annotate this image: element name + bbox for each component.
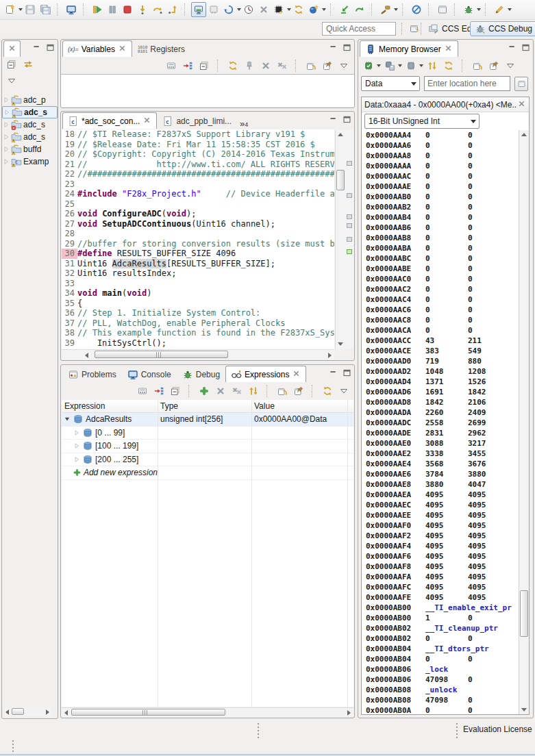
step-return-button[interactable] <box>165 2 180 17</box>
expressions-hscrollbar[interactable] <box>62 707 353 717</box>
save-all-button[interactable] <box>38 2 53 17</box>
editor-tab-adc-soc[interactable]: c *adc_soc_con... <box>62 112 157 129</box>
pin-button[interactable] <box>242 58 257 73</box>
tab-expressions[interactable]: Expressions <box>225 366 306 382</box>
tab-console[interactable]: Console <box>122 366 177 382</box>
memory-row-0x0000AAC4[interactable]: 0x0000AAC400 <box>362 294 519 305</box>
project-item-adc_s[interactable]: adc_s <box>2 118 58 131</box>
memory-row-0x0000AAA4[interactable]: 0x0000AAA400 <box>362 130 519 140</box>
quick-access-input[interactable] <box>322 22 396 36</box>
memory-row-0x0000AADA[interactable]: 0x0000AADA22602409 <box>362 407 519 418</box>
code-line-31[interactable]: 31Uint16 AdcaResults[RESULTS_BUFFER_SIZE… <box>62 259 334 269</box>
memory-row-0x0000AAF2[interactable]: 0x0000AAF240954095 <box>362 531 519 541</box>
instruction-stepping-toggle[interactable] <box>191 2 206 17</box>
flash-button[interactable] <box>271 2 286 17</box>
overview-annotation[interactable] <box>347 193 352 198</box>
memory-row-0x0000AB04[interactable]: 0x0000AB0400 <box>362 654 519 664</box>
code-line-38[interactable]: 38// This example function is found in t… <box>62 328 334 338</box>
show-logical-structure-button[interactable] <box>151 383 166 399</box>
memory-row-0x0000AABA[interactable]: 0x0000AABA00 <box>362 243 519 253</box>
disconnect-button[interactable] <box>256 2 271 17</box>
expander-icon[interactable] <box>73 429 80 436</box>
build-button[interactable] <box>378 2 393 17</box>
expander-icon[interactable] <box>3 109 10 116</box>
refresh-button[interactable] <box>225 58 240 73</box>
chevron-down-icon[interactable] <box>419 64 423 67</box>
view-menu-button[interactable] <box>503 58 518 73</box>
open-new-view-button[interactable] <box>470 58 485 73</box>
memory-row-0x0000AAFE[interactable]: 0x0000AAFE40954095 <box>362 592 519 603</box>
project-item-adc_s[interactable]: adc_s <box>2 131 58 143</box>
maximize-icon[interactable] <box>343 115 351 126</box>
sash-grip[interactable] <box>12 740 14 752</box>
pin-view-button[interactable] <box>291 383 306 399</box>
pin-view-button[interactable] <box>486 58 501 73</box>
minimize-icon[interactable] <box>329 368 338 379</box>
memory-row-0x0000AAEC[interactable]: 0x0000AAEC40954095 <box>362 500 519 510</box>
memory-row-0x0000AAD0[interactable]: 0x0000AAD0719880 <box>362 356 519 366</box>
tab-problems[interactable]: Problems <box>62 366 122 382</box>
code-line-35[interactable]: 35{ <box>62 299 334 309</box>
overview-ruler[interactable] <box>345 130 353 349</box>
memory-row-0x0000AAAC[interactable]: 0x0000AAAC00 <box>362 171 519 181</box>
expander-icon[interactable] <box>3 146 10 153</box>
expression-row-[0 ... 99][interactable]: [0 ... 99] <box>62 427 353 440</box>
code-line-34[interactable]: 34void main(void) <box>62 288 334 299</box>
chevron-down-icon[interactable] <box>377 64 381 67</box>
collapse-all-button[interactable] <box>4 57 19 72</box>
memory-row-0x0000AAAE[interactable]: 0x0000AAAE00 <box>362 181 519 192</box>
view-menu-button[interactable] <box>336 383 351 399</box>
column-divider[interactable] <box>251 400 252 707</box>
code-line-29[interactable]: 29//buffer for storing conversion result… <box>62 239 334 249</box>
exchange-button[interactable] <box>425 58 440 73</box>
memory-row-0x0000AB06[interactable]: 0x0000AB06_lock <box>362 664 519 675</box>
memory-row-0x0000AAEA[interactable]: 0x0000AAEA40954095 <box>362 490 519 500</box>
expander-icon[interactable] <box>3 97 10 103</box>
memory-row-0x0000AAA8[interactable]: 0x0000AAA800 <box>362 151 519 161</box>
memory-row-0x0000AAC8[interactable]: 0x0000AAC800 <box>362 315 519 325</box>
chevron-down-icon[interactable] <box>508 8 512 11</box>
memory-row-0x0000AABC[interactable]: 0x0000AABC00 <box>362 253 519 264</box>
memory-row-0x0000AAD4[interactable]: 0x0000AAD413711526 <box>362 377 519 387</box>
debug-console-button[interactable] <box>64 2 79 17</box>
overview-annotation[interactable] <box>347 223 352 228</box>
close-icon[interactable] <box>118 44 127 55</box>
code-line-24[interactable]: 24#include "F28x_Project.h" // Device He… <box>62 189 334 199</box>
save-memory-button[interactable] <box>382 58 397 73</box>
debug-launch-button[interactable] <box>461 2 476 17</box>
memory-row-0x0000AAB6[interactable]: 0x0000AAB600 <box>362 223 519 233</box>
memory-row-0x0000AAE0[interactable]: 0x0000AAE030883217 <box>362 438 519 449</box>
close-icon[interactable] <box>142 116 151 127</box>
expression-row-[200 ... 255][interactable]: [200 ... 255] <box>62 453 353 467</box>
memory-rendering-tab[interactable]: Data:0xaaa4 - 0x0000AA00(+0xa4) <Me... <box>362 97 529 112</box>
project-item-adc_p[interactable]: adc_p <box>2 94 58 106</box>
memory-row-0x0000AADC[interactable]: 0x0000AADC25582699 <box>362 418 519 428</box>
memory-page-select[interactable]: Data <box>361 76 420 91</box>
assembly-step-button[interactable] <box>206 2 221 17</box>
refresh-target-button[interactable] <box>291 2 306 17</box>
show-type-names-button[interactable] <box>164 58 179 73</box>
memory-row-0x0000AAFC[interactable]: 0x0000AAFC40954095 <box>362 582 519 592</box>
close-icon[interactable] <box>444 44 453 55</box>
expander-icon[interactable] <box>64 416 71 423</box>
code-line-36[interactable]: 36// Step 1. Initialize System Control: <box>62 308 334 318</box>
expander-icon[interactable] <box>3 158 10 165</box>
tab-debug[interactable]: Debug <box>177 366 225 382</box>
chevron-down-icon[interactable] <box>477 8 481 11</box>
code-line-28[interactable]: 28 <box>62 229 334 239</box>
console-view-button[interactable] <box>435 2 450 17</box>
view-menu-button[interactable] <box>4 73 19 88</box>
open-new-view-button[interactable] <box>275 383 290 399</box>
overview-annotation[interactable] <box>347 237 352 242</box>
maximize-icon[interactable] <box>46 43 55 54</box>
code-line-33[interactable]: 33 <box>62 279 334 289</box>
remove-all-button[interactable] <box>229 383 245 399</box>
launch-button[interactable] <box>306 2 321 17</box>
memory-row-0x0000AAC6[interactable]: 0x0000AAC600 <box>362 305 519 315</box>
code-area[interactable]: 18// $TI Release: F2837xS Support Librar… <box>62 129 334 349</box>
show-logical-structure-button[interactable] <box>180 58 195 73</box>
column-divider[interactable] <box>158 400 158 707</box>
memory-row-0x0000AAD6[interactable]: 0x0000AAD616911842 <box>362 387 519 397</box>
column-value[interactable]: Value <box>251 400 277 412</box>
minimize-icon[interactable] <box>329 115 338 126</box>
